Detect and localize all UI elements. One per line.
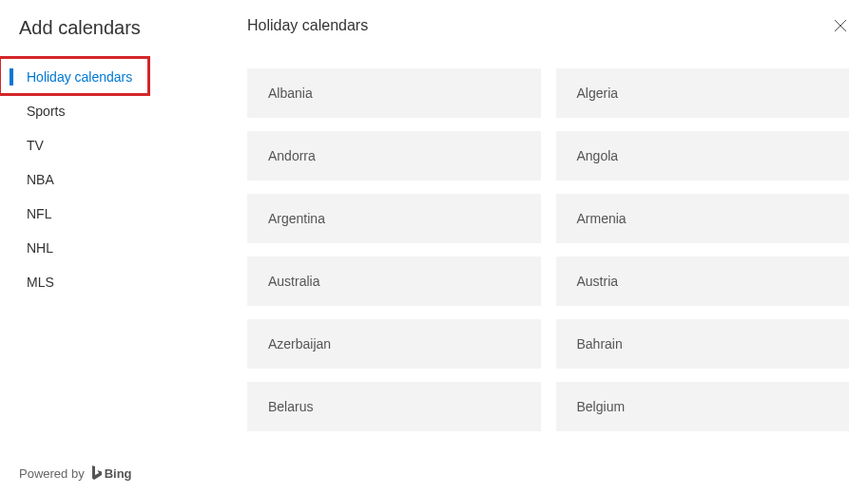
bing-brand-text: Bing xyxy=(105,466,132,481)
sidebar-item-nfl[interactable]: NFL xyxy=(0,197,219,231)
sidebar-item-sports[interactable]: Sports xyxy=(0,94,219,128)
country-item-belarus[interactable]: Belarus xyxy=(247,382,541,431)
country-item-andorra[interactable]: Andorra xyxy=(247,131,541,180)
close-icon xyxy=(834,19,847,32)
sidebar-item-tv[interactable]: TV xyxy=(0,128,219,162)
country-item-belgium[interactable]: Belgium xyxy=(556,382,850,431)
sidebar: Add calendars Holiday calendarsSportsTVN… xyxy=(0,0,219,494)
country-item-albania[interactable]: Albania xyxy=(247,68,541,118)
country-item-bahrain[interactable]: Bahrain xyxy=(556,319,850,369)
main-panel: Holiday calendars AlbaniaAlgeriaAndorraA… xyxy=(219,0,868,494)
country-item-angola[interactable]: Angola xyxy=(556,131,850,180)
sidebar-items: Holiday calendarsSportsTVNBANFLNHLMLS xyxy=(0,60,219,299)
powered-by: Powered by Bing xyxy=(19,466,132,481)
bing-icon xyxy=(90,466,102,481)
country-grid: AlbaniaAlgeriaAndorraAngolaArgentinaArme… xyxy=(247,68,849,431)
country-item-austria[interactable]: Austria xyxy=(556,256,850,306)
bing-logo: Bing xyxy=(90,466,132,481)
country-item-algeria[interactable]: Algeria xyxy=(556,68,850,118)
sidebar-item-holiday-calendars[interactable]: Holiday calendars xyxy=(0,60,219,94)
sidebar-item-nba[interactable]: NBA xyxy=(0,162,219,197)
country-item-argentina[interactable]: Argentina xyxy=(247,194,541,243)
country-item-australia[interactable]: Australia xyxy=(247,256,541,306)
sidebar-item-mls[interactable]: MLS xyxy=(0,265,219,299)
main-header: Holiday calendars xyxy=(247,17,849,34)
powered-by-label: Powered by xyxy=(19,466,85,481)
sidebar-title: Add calendars xyxy=(0,17,219,60)
country-item-azerbaijan[interactable]: Azerbaijan xyxy=(247,319,541,369)
country-item-armenia[interactable]: Armenia xyxy=(556,194,850,243)
sidebar-item-nhl[interactable]: NHL xyxy=(0,231,219,265)
main-title: Holiday calendars xyxy=(247,17,368,34)
close-button[interactable] xyxy=(832,17,849,34)
